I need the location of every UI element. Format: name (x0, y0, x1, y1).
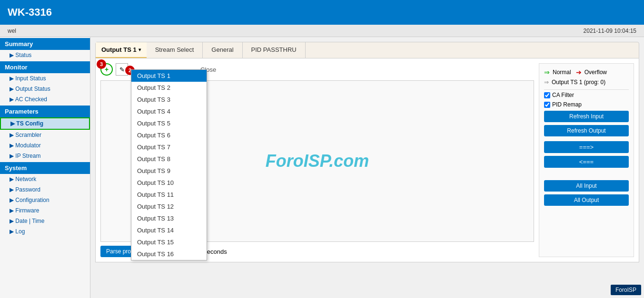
sidebar-item-firmware[interactable]: ▶ Firmware (0, 205, 90, 216)
sidebar-item-ac-checked[interactable]: ▶ AC Checked (0, 94, 90, 105)
sidebar-item-scrambler[interactable]: ▶ Scrambler (0, 130, 90, 140)
overflow-arrow-icon: ➔ (576, 68, 582, 76)
dropdown-item-11[interactable]: Output TS 11 (131, 189, 207, 201)
tab-pid-passthru[interactable]: PID PASSTHRU (243, 42, 306, 58)
all-output-button[interactable]: All Output (544, 194, 629, 206)
sidebar-section-monitor: Monitor (0, 61, 90, 73)
toolbar-row: 3 + ✎ 2 Output TS 1Output TS 2Output TS … (100, 63, 534, 76)
sidebar-item-password[interactable]: ▶ Password (0, 184, 90, 195)
output-ts-dropdown: Output TS 1Output TS 2Output TS 3Output … (131, 69, 207, 260)
sidebar-item-configuration[interactable]: ▶ Configuration (0, 195, 90, 205)
sidebar-item-input-status[interactable]: ▶ Input Status (0, 73, 90, 84)
app-title: WK-3316 (8, 6, 52, 19)
tab-output-ts1-dropdown[interactable]: Output TS 1 ▾ (96, 42, 147, 58)
left-panel: 3 + ✎ 2 Output TS 1Output TS 2Output TS … (100, 63, 534, 257)
sidebar-item-ts-config[interactable]: ▶ TS Config (0, 117, 90, 130)
legend-overflow: Overflow (585, 69, 607, 76)
topbar-datetime: 2021-11-09 10:04:15 (584, 28, 636, 34)
tab-stream-select[interactable]: Stream Select (147, 42, 203, 58)
stream-logo: ForoISP.com (266, 151, 369, 171)
tab-bar: Output TS 1 ▾Stream SelectGeneralPID PAS… (95, 42, 639, 58)
sidebar-section-summary: Summary (0, 38, 90, 50)
sidebar-item-output-status[interactable]: ▶ Output Status (0, 84, 90, 94)
sidebar-section-parameters: Parameters (0, 106, 90, 117)
normal-arrow-icon: ⇒ (544, 68, 550, 76)
dropdown-item-15[interactable]: Output TS 15 (131, 236, 207, 248)
all-input-button[interactable]: All Input (544, 180, 629, 192)
legend-output-row: ⇒ Output TS 1 (prog: 0) (544, 79, 629, 86)
dropdown-item-10[interactable]: Output TS 10 (131, 177, 207, 189)
content-area: 3 + ✎ 2 Output TS 1Output TS 2Output TS … (95, 58, 639, 262)
right-panel: ⇒ Normal ➔ Overflow ⇒ Output TS 1 (prog:… (539, 63, 634, 257)
sidebar: Summary▶ StatusMonitor▶ Input Status▶ Ou… (0, 37, 90, 298)
sidebar-section-system: System (0, 162, 90, 174)
ca-filter-label: CA Filter (552, 92, 574, 98)
ca-filter-row: CA Filter (544, 92, 629, 98)
topbar: wel 2021-11-09 10:04:15 (0, 25, 644, 37)
dropdown-item-13[interactable]: Output TS 13 (131, 212, 207, 224)
dropdown-item-7[interactable]: Output TS 7 (131, 141, 207, 153)
dropdown-item-2[interactable]: Output TS 2 (131, 82, 207, 94)
legend-normal: Normal (553, 69, 571, 76)
dropdown-item-12[interactable]: Output TS 12 (131, 201, 207, 212)
seconds-label: seconds (204, 248, 227, 255)
output-arrow-icon: ⇒ (544, 79, 549, 86)
pid-remap-checkbox[interactable] (544, 102, 550, 108)
dropdown-item-5[interactable]: Output TS 5 (131, 117, 207, 129)
arrow-right-button[interactable]: ===> (544, 141, 629, 153)
sidebar-item-log[interactable]: ▶ Log (0, 226, 90, 237)
main-content: Output TS 1 ▾Stream SelectGeneralPID PAS… (90, 37, 644, 298)
watermark: ForoISP (611, 285, 641, 295)
sidebar-item-modulator[interactable]: ▶ Modulator (0, 140, 90, 151)
arrow-left-button[interactable]: <=== (544, 156, 629, 168)
dropdown-item-4[interactable]: Output TS 4 (131, 106, 207, 117)
topbar-left: wel (8, 28, 16, 34)
sidebar-item-datetime[interactable]: ▶ Date | Time (0, 216, 90, 226)
legend-output: Output TS 1 (prog: 0) (552, 79, 605, 86)
dropdown-item-6[interactable]: Output TS 6 (131, 129, 207, 141)
dropdown-item-9[interactable]: Output TS 9 (131, 165, 207, 177)
badge-3: 3 (97, 59, 106, 69)
refresh-output-button[interactable]: Refresh Output (544, 125, 629, 136)
pid-remap-label: PID Remap (552, 101, 582, 108)
dropdown-item-8[interactable]: Output TS 8 (131, 153, 207, 165)
pid-remap-row: PID Remap (544, 101, 629, 108)
dropdown-item-14[interactable]: Output TS 14 (131, 224, 207, 236)
dropdown-item-16[interactable]: Output TS 16 (131, 248, 207, 260)
sidebar-item-ip-stream[interactable]: ▶ IP Stream (0, 151, 90, 161)
dropdown-item-1[interactable]: Output TS 1 (131, 70, 207, 82)
ca-filter-checkbox[interactable] (544, 92, 550, 98)
sidebar-item-network[interactable]: ▶ Network (0, 174, 90, 184)
app-header: WK-3316 (0, 0, 644, 25)
tab-general[interactable]: General (203, 42, 242, 58)
dropdown-item-3[interactable]: Output TS 3 (131, 94, 207, 106)
refresh-input-button[interactable]: Refresh Input (544, 111, 629, 122)
sidebar-item-status[interactable]: ▶ Status (0, 50, 90, 60)
legend-normal-row: ⇒ Normal ➔ Overflow (544, 68, 629, 76)
